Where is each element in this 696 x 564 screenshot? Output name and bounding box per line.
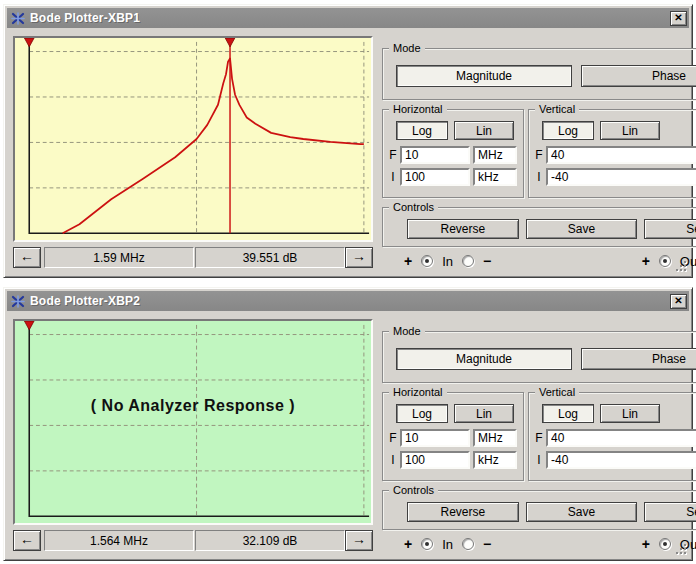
- vertical-initial-value-input[interactable]: [546, 168, 696, 186]
- vertical-log-button[interactable]: Log: [542, 121, 594, 140]
- plot-column: ( No Analyzer Response ) ← 1.564 MHz 32.…: [13, 319, 373, 558]
- vertical-final-value-input[interactable]: [546, 429, 696, 447]
- in-plus-radio[interactable]: [421, 538, 433, 550]
- horizontal-final-value-input[interactable]: [400, 146, 470, 164]
- save-button[interactable]: Save: [526, 502, 638, 522]
- bode-plotter-app-icon: [11, 295, 25, 308]
- vertical-groupbox: Vertical Log Lin F dB I dB: [528, 109, 696, 198]
- horizontal-final-label: F: [389, 431, 397, 445]
- titlebar[interactable]: Bode Plotter-XBP2 ✕: [7, 291, 689, 311]
- vertical-lin-button[interactable]: Lin: [600, 404, 660, 423]
- bode-plotter-app-icon: [11, 12, 25, 25]
- phase-button[interactable]: Phase: [581, 348, 696, 370]
- horizontal-initial-value-input[interactable]: [400, 168, 470, 186]
- in-minus-radio[interactable]: [462, 255, 474, 267]
- controls-group-label: Controls: [389, 484, 438, 497]
- out-plus-label: +: [642, 536, 650, 552]
- vertical-groupbox: Vertical Log Lin F dB I dB: [528, 392, 696, 481]
- in-minus-label: −: [483, 253, 491, 269]
- phase-button[interactable]: Phase: [581, 65, 696, 87]
- titlebar[interactable]: Bode Plotter-XBP1 ✕: [7, 8, 689, 28]
- in-label: In: [442, 254, 453, 269]
- in-minus-radio[interactable]: [462, 538, 474, 550]
- in-label: In: [442, 537, 453, 552]
- mode-groupbox: Mode Magnitude Phase: [382, 331, 696, 383]
- mode-group-label: Mode: [389, 42, 425, 55]
- horizontal-initial-value-input[interactable]: [400, 451, 470, 469]
- horizontal-final-unit[interactable]: MHz: [473, 429, 517, 447]
- axis-settings-row: Horizontal Log Lin F MHz I kHz: [382, 109, 696, 198]
- set-button[interactable]: Set...: [644, 502, 696, 522]
- settings-panel: Mode Magnitude Phase Horizontal Log Lin …: [382, 319, 696, 558]
- horizontal-final-unit[interactable]: MHz: [473, 146, 517, 164]
- magnitude-button[interactable]: Magnitude: [396, 65, 572, 87]
- vertical-final-value-input[interactable]: [546, 146, 696, 164]
- cursor-right-button[interactable]: →: [345, 530, 373, 551]
- in-plus-label: +: [404, 536, 412, 552]
- cursor-gain-readout: 32.109 dB: [195, 530, 345, 551]
- horizontal-initial-label: I: [389, 170, 397, 184]
- in-minus-label: −: [483, 536, 491, 552]
- io-terminals-row: + In − + Out −: [382, 253, 696, 269]
- vertical-log-button[interactable]: Log: [542, 404, 594, 423]
- bode-plotter-window-xbp2: Bode Plotter-XBP2 ✕ ( No Analyzer Respon…: [3, 287, 693, 561]
- cursor-left-button[interactable]: ←: [13, 530, 41, 551]
- bode-plotter-window-xbp1: Bode Plotter-XBP1 ✕ ← 1.59 MHz 39.551 dB…: [3, 4, 693, 278]
- vertical-group-label: Vertical: [535, 103, 579, 116]
- horizontal-group-label: Horizontal: [389, 386, 447, 399]
- magnitude-button[interactable]: Magnitude: [396, 348, 572, 370]
- vertical-final-label: F: [535, 148, 543, 162]
- vertical-initial-label: I: [535, 453, 543, 467]
- close-button[interactable]: ✕: [670, 11, 687, 26]
- bode-plot-area[interactable]: [13, 36, 373, 242]
- window-title: Bode Plotter-XBP2: [30, 294, 665, 308]
- vertical-group-label: Vertical: [535, 386, 579, 399]
- cursor-statusbar: ← 1.59 MHz 39.551 dB →: [13, 247, 373, 268]
- vertical-lin-button[interactable]: Lin: [600, 121, 660, 140]
- cursor-frequency-readout: 1.59 MHz: [44, 247, 194, 268]
- horizontal-lin-button[interactable]: Lin: [454, 404, 514, 423]
- vertical-final-label: F: [535, 431, 543, 445]
- mode-groupbox: Mode Magnitude Phase: [382, 48, 696, 100]
- cursor-statusbar: ← 1.564 MHz 32.109 dB →: [13, 530, 373, 551]
- cursor-right-button[interactable]: →: [345, 247, 373, 268]
- mode-group-label: Mode: [389, 325, 425, 338]
- plot-column: ← 1.59 MHz 39.551 dB →: [13, 36, 373, 275]
- horizontal-final-value-input[interactable]: [400, 429, 470, 447]
- set-button[interactable]: Set...: [644, 219, 696, 239]
- controls-groupbox: Controls Reverse Save Set...: [382, 207, 696, 247]
- horizontal-group-label: Horizontal: [389, 103, 447, 116]
- axis-settings-row: Horizontal Log Lin F MHz I kHz: [382, 392, 696, 481]
- resize-grip[interactable]: [676, 544, 688, 556]
- window-title: Bode Plotter-XBP1: [30, 11, 665, 25]
- out-plus-radio[interactable]: [659, 538, 671, 550]
- horizontal-initial-unit[interactable]: kHz: [473, 168, 517, 186]
- resize-grip[interactable]: [676, 261, 688, 273]
- vertical-initial-label: I: [535, 170, 543, 184]
- horizontal-groupbox: Horizontal Log Lin F MHz I kHz: [382, 109, 524, 198]
- horizontal-initial-unit[interactable]: kHz: [473, 451, 517, 469]
- reverse-button[interactable]: Reverse: [407, 219, 519, 239]
- horizontal-log-button[interactable]: Log: [396, 404, 448, 423]
- out-plus-radio[interactable]: [659, 255, 671, 267]
- horizontal-final-label: F: [389, 148, 397, 162]
- horizontal-groupbox: Horizontal Log Lin F MHz I kHz: [382, 392, 524, 481]
- settings-panel: Mode Magnitude Phase Horizontal Log Lin …: [382, 36, 696, 275]
- cursor-left-button[interactable]: ←: [13, 247, 41, 268]
- reverse-button[interactable]: Reverse: [407, 502, 519, 522]
- controls-group-label: Controls: [389, 201, 438, 214]
- cursor-gain-readout: 39.551 dB: [195, 247, 345, 268]
- cursor-frequency-readout: 1.564 MHz: [44, 530, 194, 551]
- bode-plot-area[interactable]: ( No Analyzer Response ): [13, 319, 373, 525]
- vertical-initial-value-input[interactable]: [546, 451, 696, 469]
- close-button[interactable]: ✕: [670, 294, 687, 309]
- out-plus-label: +: [642, 253, 650, 269]
- in-plus-label: +: [404, 253, 412, 269]
- bode-plot-chart: [15, 321, 371, 523]
- bode-plot-chart: [15, 38, 371, 240]
- horizontal-lin-button[interactable]: Lin: [454, 121, 514, 140]
- controls-groupbox: Controls Reverse Save Set...: [382, 490, 696, 530]
- save-button[interactable]: Save: [526, 219, 638, 239]
- horizontal-log-button[interactable]: Log: [396, 121, 448, 140]
- in-plus-radio[interactable]: [421, 255, 433, 267]
